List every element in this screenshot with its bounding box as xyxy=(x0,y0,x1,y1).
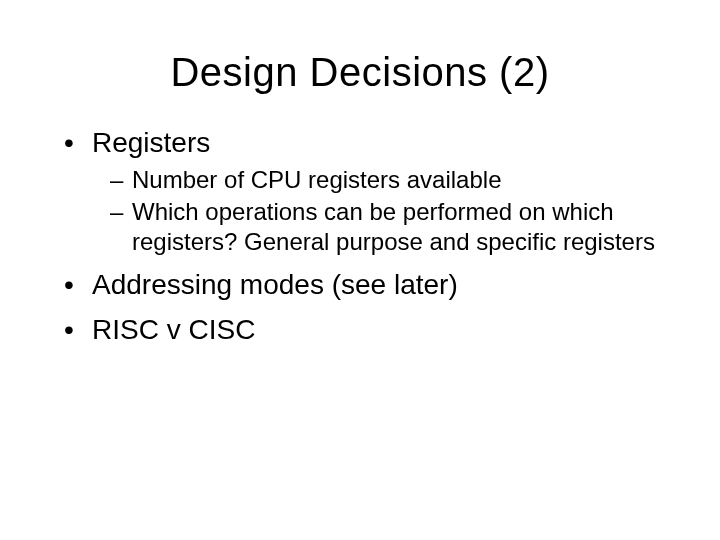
sub-bullet-text: Which operations can be performed on whi… xyxy=(132,198,655,255)
slide-title: Design Decisions (2) xyxy=(60,50,660,95)
sub-bullet-list: Number of CPU registers available Which … xyxy=(60,165,660,257)
bullet-text: Addressing modes (see later) xyxy=(92,269,458,300)
slide: Design Decisions (2) Registers Number of… xyxy=(0,0,720,540)
bullet-text: RISC v CISC xyxy=(92,314,255,345)
bullet-risc-cisc: RISC v CISC xyxy=(60,312,660,348)
sub-bullet-item: Which operations can be performed on whi… xyxy=(60,197,660,257)
bullet-list: Registers Number of CPU registers availa… xyxy=(60,125,660,348)
bullet-addressing: Addressing modes (see later) xyxy=(60,267,660,303)
sub-bullet-item: Number of CPU registers available xyxy=(60,165,660,195)
bullet-registers: Registers Number of CPU registers availa… xyxy=(60,125,660,257)
sub-bullet-text: Number of CPU registers available xyxy=(132,166,501,193)
bullet-text: Registers xyxy=(92,127,210,158)
